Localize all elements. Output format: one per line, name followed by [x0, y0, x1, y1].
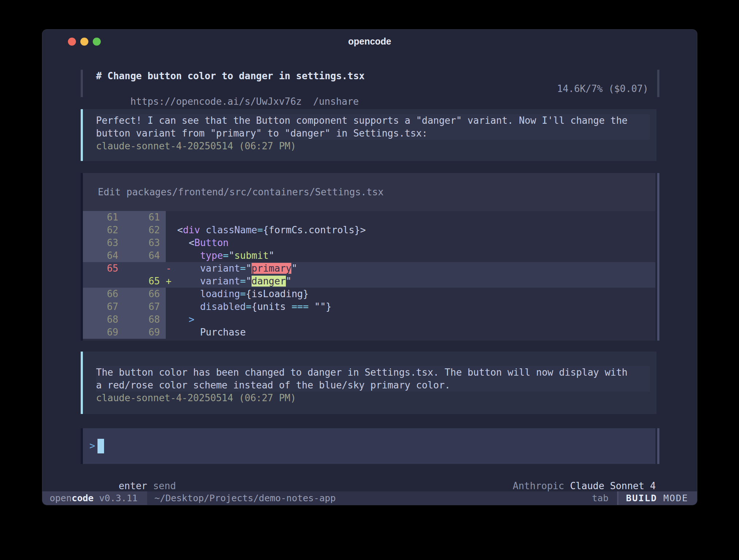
diff-old-line-number: 67 [83, 300, 125, 313]
diff-row: 6767 disabled={units === ""} [83, 300, 655, 313]
diff-new-line-number: 63 [125, 237, 166, 249]
opencode-window: opencode # Change button color to danger… [42, 29, 697, 505]
diff-new-line-number: 62 [125, 224, 166, 237]
unshare-command[interactable]: /unshare [313, 96, 359, 107]
diff-code-line: > [166, 313, 655, 326]
diff-code-line: <div className={formCs.controls}> [166, 224, 655, 237]
status-bar: opencode v0.3.11 ~/Desktop/Projects/demo… [42, 491, 697, 505]
diff-old-line-number: 68 [83, 313, 125, 326]
diff-code-line: <Button [166, 237, 655, 249]
input-inner[interactable]: > [83, 428, 655, 464]
diff-old-line-number: 62 [83, 224, 125, 237]
text-cursor [97, 439, 104, 453]
tab-key-hint: tab [592, 491, 617, 505]
diff-old-line-number: 64 [83, 249, 125, 262]
prompt-line[interactable]: > [89, 440, 655, 452]
diff-code-line: disabled={units === ""} [166, 300, 655, 313]
header-left-rule [81, 70, 83, 97]
diff-code-line: loading={isLoading} [166, 288, 655, 300]
diff-old-line-number: 69 [83, 326, 125, 339]
working-directory: ~/Desktop/Projects/demo-notes-app [154, 491, 336, 505]
mode-badge[interactable]: BUILD MODE [619, 491, 697, 505]
diff-row: 6363 <Button [83, 237, 655, 249]
message-line: button variant from "primary" to "danger… [96, 127, 650, 140]
message-paragraph: The button color has been changed to dan… [96, 366, 650, 392]
edit-inner: Edit packages/frontend/src/containers/Se… [83, 173, 655, 341]
session-title: # Change button color to danger in setti… [96, 70, 365, 83]
assistant-message: The button color has been changed to dan… [81, 352, 656, 414]
message-line: Perfect! I can see that the Button compo… [96, 114, 650, 127]
mode-suffix: MODE [657, 493, 688, 503]
diff-row: 6464 type="submit" [83, 249, 655, 262]
titlebar: opencode [42, 30, 697, 54]
diff-old-line-number: 63 [83, 237, 125, 249]
token-usage: 14.6K/7% ($0.07) [557, 83, 648, 95]
model-timestamp: claude-sonnet-4-20250514 (06:27 PM) [96, 140, 650, 153]
edit-header: Edit packages/frontend/src/containers/Se… [83, 173, 655, 211]
diff-row: 6161 [83, 211, 655, 224]
diff-old-line-number: 61 [83, 211, 125, 224]
diff-old-line-number: 66 [83, 288, 125, 300]
message-line: The button color has been changed to dan… [96, 366, 650, 379]
diff-row: 6868 > [83, 313, 655, 326]
prompt-symbol: > [89, 440, 95, 452]
app-version: v0.3.11 [93, 493, 137, 503]
session-header: # Change button color to danger in setti… [81, 70, 659, 97]
send-action-label: send [153, 480, 176, 491]
diff-code-line: type="submit" [166, 249, 655, 262]
header-right-rule [657, 70, 659, 97]
share-url[interactable]: https://opencode.ai/s/UwJxv76z [130, 96, 302, 107]
app-name-bold: code [72, 493, 93, 503]
model-timestamp: claude-sonnet-4-20250514 (06:27 PM) [96, 392, 650, 404]
message-line: a red/rose color scheme instead of the b… [96, 379, 650, 392]
statusbar-spacer [336, 491, 592, 505]
provider-label: Anthropic [513, 480, 564, 491]
diff-new-line-number: 65 [125, 275, 166, 288]
diff-code-line: Purchase [166, 326, 655, 339]
diff-new-line-number: 69 [125, 326, 166, 339]
diff-row: 6262 <div className={formCs.controls}> [83, 224, 655, 237]
window-title: opencode [42, 36, 697, 47]
model-label: Claude Sonnet 4 [570, 480, 656, 491]
diff-code-line: + variant="danger" [166, 275, 655, 288]
message-paragraph: Perfect! I can see that the Button compo… [96, 114, 650, 140]
edit-tool-block: Edit packages/frontend/src/containers/Se… [81, 173, 659, 341]
diff-rows: 61616262 <div className={formCs.controls… [83, 211, 655, 341]
hint-footer: entersend AnthropicClaude Sonnet 4 [81, 467, 659, 480]
diff-code-line: - variant="primary" [166, 262, 655, 275]
diff-row: 6969 Purchase [83, 326, 655, 339]
diff-old-line-number [83, 275, 125, 288]
app-name-prefix: open [50, 493, 72, 503]
diff-row: 65+ variant="danger" [83, 275, 655, 288]
edit-file-path: Edit packages/frontend/src/containers/Se… [98, 186, 655, 199]
diff-row: 6666 loading={isLoading} [83, 288, 655, 300]
app-version-badge: opencode v0.3.11 [42, 491, 147, 505]
diff-new-line-number [125, 262, 166, 275]
input-right-rule [657, 428, 659, 464]
diff-new-line-number: 61 [125, 211, 166, 224]
diff-new-line-number: 66 [125, 288, 166, 300]
diff-new-line-number: 64 [125, 249, 166, 262]
edit-right-rule [657, 173, 659, 341]
enter-key-hint: enter [119, 480, 147, 491]
assistant-message: Perfect! I can see that the Button compo… [81, 109, 656, 161]
diff-row: 65- variant="primary" [83, 262, 655, 275]
prompt-input[interactable]: > [81, 428, 659, 464]
mode-name: BUILD [626, 493, 657, 503]
diff-new-line-number: 68 [125, 313, 166, 326]
session-subtitle: https://opencode.ai/s/UwJxv76z/unshare [96, 83, 359, 95]
diff-new-line-number: 67 [125, 300, 166, 313]
diff-code-line [166, 211, 655, 224]
diff-old-line-number: 65 [83, 262, 125, 275]
